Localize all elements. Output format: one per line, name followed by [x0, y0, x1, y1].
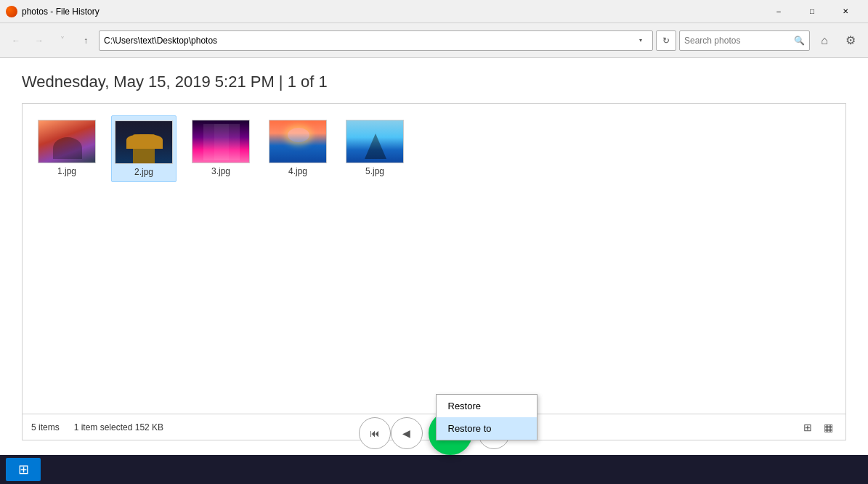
forward-icon: → [35, 36, 44, 46]
up-icon: ↑ [84, 36, 88, 46]
address-dropdown-button[interactable]: ▾ [633, 31, 648, 50]
start-button[interactable]: ⊞ [6, 458, 41, 481]
forward-button[interactable]: → [29, 30, 49, 51]
context-menu: Restore Restore to [436, 394, 538, 440]
chevron-down-icon: ˅ [60, 36, 65, 46]
file-name-3: 3.jpg [211, 166, 230, 176]
details-view-button[interactable]: ⊞ [799, 419, 816, 436]
home-button[interactable]: ⌂ [813, 29, 836, 52]
file-name-2: 2.jpg [134, 167, 153, 177]
first-button[interactable]: ⏮ [359, 417, 391, 449]
search-input[interactable] [684, 36, 793, 46]
file-browser: 1.jpg 2.jpg 3.jpg 4.jpg 5.jpg 5 items 1 … [22, 103, 846, 440]
thumbnail-4 [269, 120, 327, 163]
maximize-button[interactable]: □ [795, 0, 829, 23]
address-box[interactable]: C:\Users\text\Desktop\photos ▾ [99, 30, 653, 51]
restore-to-menu-item[interactable]: Restore to [437, 417, 537, 440]
file-grid: 1.jpg 2.jpg 3.jpg 4.jpg 5.jpg [23, 104, 845, 414]
thumbnail-5 [346, 120, 404, 163]
minimize-button[interactable]: – [762, 0, 795, 23]
taskbar: ⊞ [0, 455, 868, 484]
window-title: photos - File History [22, 7, 762, 17]
file-name-4: 4.jpg [288, 166, 307, 176]
large-icon-view-button[interactable]: ▦ [819, 419, 837, 436]
details-view-icon: ⊞ [803, 422, 812, 433]
thumbnail-2 [115, 120, 173, 164]
previous-icon: ◀ [402, 427, 410, 439]
file-name-5: 5.jpg [365, 166, 384, 176]
refresh-button[interactable]: ↻ [656, 30, 676, 51]
search-button[interactable]: 🔍 [793, 31, 805, 50]
date-header: Wednesday, May 15, 2019 5:21 PM | 1 of 1 [22, 73, 846, 91]
file-item-1[interactable]: 1.jpg [34, 115, 100, 182]
windows-icon: ⊞ [18, 462, 29, 477]
dropdown-button[interactable]: ˅ [52, 30, 73, 51]
item-count: 5 items [31, 422, 60, 432]
address-bar: ← → ˅ ↑ C:\Users\text\Desktop\photos ▾ ↻… [0, 23, 868, 58]
thumbnail-3 [192, 120, 250, 163]
app-icon [6, 6, 17, 17]
back-icon: ← [12, 36, 20, 46]
file-item-4[interactable]: 4.jpg [265, 115, 330, 182]
search-icon: 🔍 [794, 36, 805, 46]
nav-controls: ⏮ ◀ ↺ Restore Restore to ▶ [359, 411, 510, 455]
up-button[interactable]: ↑ [76, 30, 96, 51]
main-content: Wednesday, May 15, 2019 5:21 PM | 1 of 1… [0, 58, 868, 455]
restore-container: ↺ Restore Restore to [423, 411, 478, 455]
view-controls: ⊞ ▦ [799, 419, 837, 436]
back-button[interactable]: ← [6, 30, 26, 51]
settings-button[interactable]: ⚙ [839, 29, 862, 52]
restore-menu-item[interactable]: Restore [437, 395, 537, 417]
address-text: C:\Users\text\Desktop\photos [104, 36, 633, 46]
thumbnail-1 [38, 120, 96, 163]
previous-button[interactable]: ◀ [391, 417, 423, 449]
title-bar: photos - File History – □ ✕ [0, 0, 868, 23]
file-item-2[interactable]: 2.jpg [111, 115, 177, 182]
selected-info: 1 item selected 152 KB [74, 422, 163, 432]
settings-icon: ⚙ [845, 33, 856, 47]
file-name-1: 1.jpg [57, 166, 76, 176]
refresh-icon: ↻ [662, 36, 670, 46]
file-item-5[interactable]: 5.jpg [342, 115, 407, 182]
home-icon: ⌂ [821, 34, 828, 47]
first-icon: ⏮ [370, 427, 380, 439]
search-box[interactable]: 🔍 [679, 30, 810, 51]
window-controls: – □ ✕ [762, 0, 862, 23]
close-button[interactable]: ✕ [829, 0, 862, 23]
large-icon-view-icon: ▦ [824, 422, 833, 433]
file-item-3[interactable]: 3.jpg [188, 115, 253, 182]
